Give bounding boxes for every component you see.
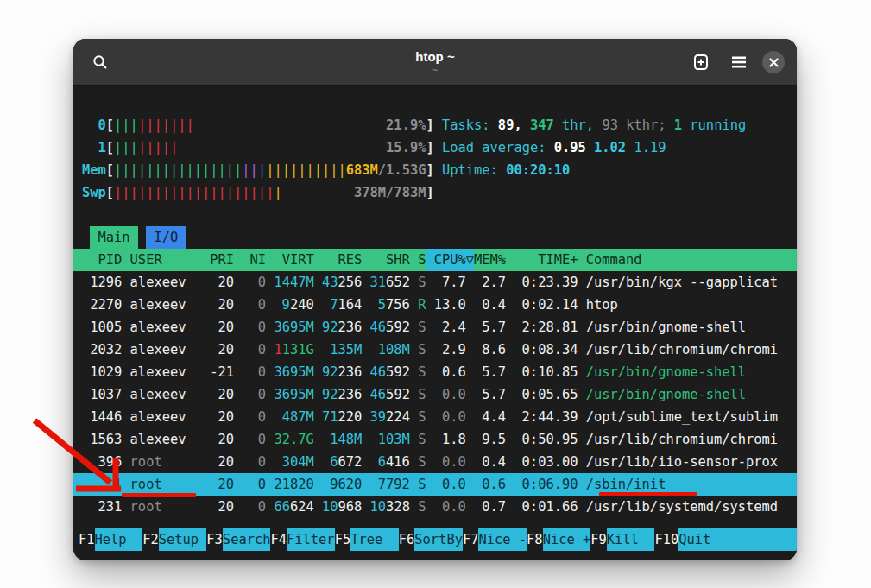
cell-virt: 1131G <box>274 338 313 361</box>
cell-res: 43256 <box>322 271 362 294</box>
cell-time: 0:05.65 <box>514 383 578 406</box>
process-row[interactable]: 1005 alexeev 20 0 3695M 92236 46592 S 2.… <box>73 316 797 338</box>
cell-virt: 32.7G <box>274 428 313 451</box>
mem-meter: Mem[|||||||||||||||||||||||||||||683M/1.… <box>73 159 797 181</box>
header-ni[interactable]: NI <box>242 249 266 271</box>
cell-nice: 0 <box>242 406 266 428</box>
process-row[interactable]: 1029 alexeev -21 0 3695M 92236 46592 S 0… <box>73 361 797 383</box>
cell-pid: 1005 <box>82 316 122 338</box>
process-row[interactable]: 1037 alexeev 20 0 3695M 92236 46592 S 0.… <box>73 383 797 406</box>
header-time[interactable]: TIME+ <box>514 249 578 271</box>
process-row[interactable]: 1296 alexeev 20 0 1447M 43256 31652 S 7.… <box>73 271 797 294</box>
tab-main[interactable]: Main <box>90 226 138 249</box>
process-row[interactable]: 1563 alexeev 20 0 32.7G 148M 103M S 1.8 … <box>73 428 797 451</box>
fn-action-setup[interactable]: Setup <box>159 528 207 551</box>
cell-virt: 21820 <box>274 473 313 496</box>
process-row[interactable]: 231 root 20 0 66624 10968 10328 S 0.0 0.… <box>73 496 797 518</box>
cell-shr: 46592 <box>370 316 410 338</box>
cell-pid: 1446 <box>82 406 122 428</box>
cell-pid: 396 <box>82 451 122 473</box>
cell-res: 6672 <box>322 451 362 473</box>
cell-mem-percent: 5.7 <box>474 361 506 383</box>
tab-io[interactable]: I/O <box>146 226 186 249</box>
cell-cpu-percent: 0.0 <box>434 473 466 496</box>
cell-shr: 7792 <box>370 473 410 496</box>
cell-nice: 0 <box>242 451 266 473</box>
load-average: Load average: 0.95 1.02 1.19 <box>442 136 666 159</box>
cell-state: R <box>418 294 426 316</box>
tasks-summary: Tasks: 89, 347 thr, 93 kthr; 1 running <box>442 114 746 136</box>
fn-action-search[interactable]: Search <box>223 528 271 551</box>
cpu0-label: 0 <box>82 114 106 136</box>
fn-action-kill[interactable]: Kill <box>607 528 655 551</box>
process-row[interactable]: 2270 alexeev 20 0 9240 7164 5756 R 13.0 … <box>73 294 797 316</box>
cell-nice: 0 <box>242 338 266 361</box>
cell-mem-percent: 5.7 <box>474 316 506 338</box>
process-row[interactable]: 2032 alexeev 20 0 1131G 135M 108M S 2.9 … <box>73 338 797 361</box>
cell-state: S <box>418 473 426 496</box>
header-user[interactable]: USER <box>130 249 211 271</box>
cell-time: 0:50.95 <box>514 428 578 451</box>
search-button[interactable] <box>85 47 115 77</box>
cell-state: S <box>418 361 426 383</box>
cell-res: 92236 <box>322 361 362 383</box>
cell-res: 7164 <box>322 294 362 316</box>
cell-mem-percent: 0.4 <box>474 294 506 316</box>
fn-action-quit[interactable]: Quit <box>678 528 797 551</box>
fn-action-filter[interactable]: Filter <box>287 528 335 551</box>
header-pid[interactable]: PID <box>82 249 122 271</box>
swap-bars: ||||||||||||||||||||| <box>114 185 282 200</box>
header-mem[interactable]: MEM% <box>474 249 506 271</box>
cell-command: htop <box>586 294 788 316</box>
header-command[interactable]: Command <box>586 249 788 271</box>
mem-bars: ||||||||||||||||||||||||||||| <box>114 162 346 178</box>
cell-state: S <box>418 271 426 294</box>
cell-command: /usr/lib/chromium/chromi <box>586 428 788 451</box>
cell-state: S <box>418 406 426 428</box>
cell-virt: 66624 <box>274 496 313 518</box>
menu-button[interactable] <box>724 47 754 77</box>
header-state[interactable]: S <box>418 249 426 271</box>
fn-action-nice-[interactable]: Nice - <box>478 528 527 551</box>
cell-priority: 20 <box>210 338 234 361</box>
cell-virt: 3695M <box>274 361 313 383</box>
close-button[interactable] <box>762 51 785 73</box>
cell-state: S <box>418 428 426 451</box>
mem-usage: 683M/1.53G <box>346 159 426 181</box>
cell-nice: 0 <box>242 316 266 338</box>
cell-shr: 39224 <box>370 406 410 428</box>
header-cpu-sort[interactable]: CPU%▽ <box>426 249 474 271</box>
fn-key: F1 <box>79 528 95 551</box>
cell-time: 0:02.14 <box>514 294 578 316</box>
fn-action-sortby[interactable]: SortBy <box>414 528 463 551</box>
cell-res: 9620 <box>322 473 362 496</box>
cell-res: 71220 <box>322 406 362 428</box>
cell-command: /usr/bin/gnome-shell <box>586 361 788 383</box>
cell-nice: 0 <box>242 496 266 518</box>
cell-user: alexeev <box>130 316 211 338</box>
cell-mem-percent: 5.7 <box>474 383 506 406</box>
cell-time: 0:08.34 <box>514 338 578 361</box>
cpu0-meter: 0[||||||||||21.9%] Tasks: 89, 347 thr, 9… <box>73 114 797 136</box>
cell-time: 0:03.00 <box>514 451 578 473</box>
cell-shr: 10328 <box>370 496 410 518</box>
new-tab-button[interactable] <box>686 47 716 77</box>
header-virt[interactable]: VIRT <box>274 249 313 271</box>
fn-action-help[interactable]: Help <box>95 528 143 551</box>
header-res[interactable]: RES <box>322 249 362 271</box>
cell-command: /usr/lib/iio-sensor-prox <box>586 451 788 473</box>
function-key-bar: F1Help F2Setup F3SearchF4FilterF5Tree F6… <box>73 528 797 551</box>
annotation-underline-pid1 <box>122 493 196 497</box>
fn-action-tree[interactable]: Tree <box>350 528 399 551</box>
process-row[interactable]: 1446 alexeev 20 0 487M 71220 39224 S 0.0… <box>73 406 797 428</box>
cell-cpu-percent: 2.4 <box>434 316 466 338</box>
blank-line <box>73 204 797 226</box>
header-shr[interactable]: SHR <box>370 249 410 271</box>
cell-pid: 1 <box>82 473 122 496</box>
header-pri[interactable]: PRI <box>210 249 234 271</box>
cell-mem-percent: 9.5 <box>474 428 506 451</box>
cell-user: alexeev <box>130 294 211 316</box>
cell-shr: 46592 <box>370 383 410 406</box>
process-row[interactable]: 396 root 20 0 304M 6672 6416 S 0.0 0.4 0… <box>73 451 797 473</box>
fn-action-nice-[interactable]: Nice + <box>543 528 591 551</box>
